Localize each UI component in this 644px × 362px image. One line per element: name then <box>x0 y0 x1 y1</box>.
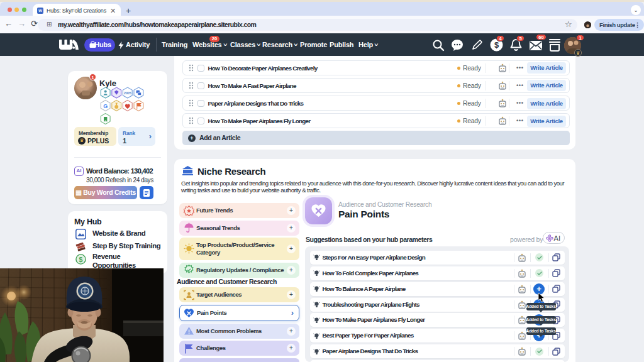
svg-text:2005: 2005 <box>124 91 131 95</box>
svg-text:$: $ <box>79 256 83 263</box>
svg-text:$: $ <box>494 40 499 50</box>
svg-text:G: G <box>103 103 108 109</box>
